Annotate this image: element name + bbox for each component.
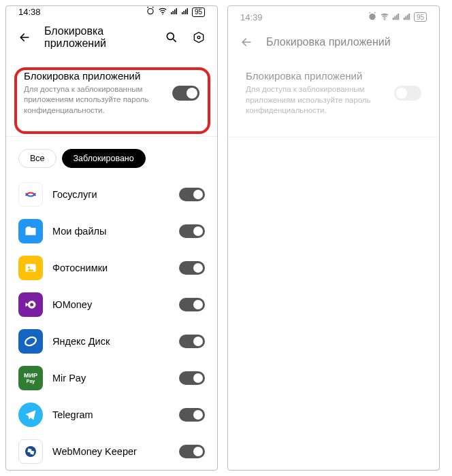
status-bar: 14:38 95 [6,6,217,18]
svg-point-1 [162,14,163,15]
app-toggle[interactable] [179,445,205,458]
app-row-yadisk[interactable]: Яндекс Диск [18,323,205,360]
status-indicators: 95 [146,6,205,18]
phone-right: 14:39 95 Блокировка приложений Блокировк… [227,5,440,471]
svg-rect-6 [182,12,183,14]
master-subtitle: Для доступа к заблокированным приложения… [246,84,387,116]
filter-chips: Все Заблокировано [6,143,217,176]
app-name: Telegram [52,409,170,420]
app-name: Mir Pay [52,373,170,384]
svg-rect-4 [174,10,176,14]
app-toggle[interactable] [179,408,205,422]
signal2-icon [181,7,189,17]
svg-point-16 [24,336,37,347]
app-row-telegram[interactable]: Telegram [18,396,205,433]
battery-indicator: 95 [192,7,205,17]
app-name: ЮMoney [52,299,170,310]
app-name: Мои файлы [52,226,170,237]
svg-rect-3 [172,11,174,14]
app-row-mirpay[interactable]: МИРPay Mir Pay [18,360,205,396]
phone-left: 14:38 95 Блокировка приложений [5,5,218,471]
svg-point-0 [148,9,153,14]
chip-all[interactable]: Все [18,149,56,168]
svg-point-21 [384,18,385,20]
svg-point-11 [197,36,200,39]
app-toggle[interactable] [179,261,205,275]
signal2-icon [403,12,411,22]
search-icon[interactable] [164,30,179,45]
svg-rect-9 [187,8,188,14]
signal-icon [170,7,178,17]
app-icon-photos [18,256,43,280]
alarm-icon [368,12,377,23]
master-toggle-card[interactable]: Блокировка приложений Для доступа к забл… [238,61,430,127]
master-subtitle: Для доступа к заблокированным приложения… [24,84,165,116]
wifi-icon [380,12,389,23]
app-row-yoomoney[interactable]: ЮMoney [18,286,205,323]
page-title: Блокировка приложений [266,36,428,48]
master-title: Блокировка приложений [246,70,387,82]
app-toggle[interactable] [179,371,205,385]
divider [6,136,217,137]
svg-rect-28 [407,15,408,20]
svg-point-15 [30,303,33,307]
status-time: 14:39 [240,12,263,22]
divider [228,137,439,137]
svg-point-13 [28,267,30,269]
app-row-webmoney[interactable]: WebMoney Keeper [18,433,205,470]
svg-rect-2 [171,12,172,14]
status-indicators: 95 [368,12,427,23]
master-toggle-card[interactable]: Блокировка приложений Для доступа к забл… [16,61,208,127]
status-bar: 14:39 95 [228,6,439,28]
app-icon-files [18,219,43,243]
svg-rect-23 [394,16,396,20]
back-icon[interactable] [239,35,254,50]
app-icon-mirpay: МИРPay [18,366,43,390]
app-name: Яндекс Диск [52,336,170,347]
app-name: Госуслуги [52,189,170,200]
alarm-icon [146,6,155,18]
chip-locked[interactable]: Заблокировано [62,149,146,168]
settings-icon[interactable] [191,30,206,45]
app-row-files[interactable]: Мои файлы [18,213,205,250]
svg-rect-5 [176,8,177,14]
page-title: Блокировка приложений [44,25,152,50]
app-icon-yadisk [18,329,43,354]
svg-rect-25 [398,14,399,20]
app-row-gosuslugi[interactable]: Госуслуги [18,176,205,213]
wifi-icon [158,6,167,18]
master-toggle[interactable] [394,86,421,101]
signal-icon [392,12,400,22]
app-icon-webmoney [18,439,43,464]
app-toggle[interactable] [179,298,205,311]
app-icon-yoomoney [18,292,43,317]
svg-rect-26 [404,18,405,20]
svg-point-10 [167,33,174,39]
master-toggle[interactable] [172,86,199,101]
app-icon-gosuslugi [18,182,43,207]
svg-rect-22 [393,18,394,20]
app-icon-telegram [18,403,43,427]
battery-indicator: 95 [414,12,427,22]
app-row-photos[interactable]: Фотоснимки [18,250,205,286]
app-name: WebMoney Keeper [52,446,170,457]
app-toggle[interactable] [179,224,205,238]
page-header: Блокировка приложений [6,18,217,59]
app-list: Госуслуги Мои файлы Фотоснимки ЮMoney [6,176,217,470]
app-toggle[interactable] [179,188,205,201]
svg-rect-8 [185,10,187,14]
svg-rect-24 [396,15,398,20]
back-icon[interactable] [17,30,32,45]
master-title: Блокировка приложений [24,70,165,82]
svg-rect-27 [405,16,406,20]
status-time: 14:38 [18,7,41,17]
svg-rect-7 [183,11,184,14]
svg-point-20 [370,14,375,19]
svg-rect-29 [408,14,410,20]
page-header: Блокировка приложений [228,28,439,59]
app-name: Фотоснимки [52,262,170,273]
app-toggle[interactable] [179,335,205,348]
